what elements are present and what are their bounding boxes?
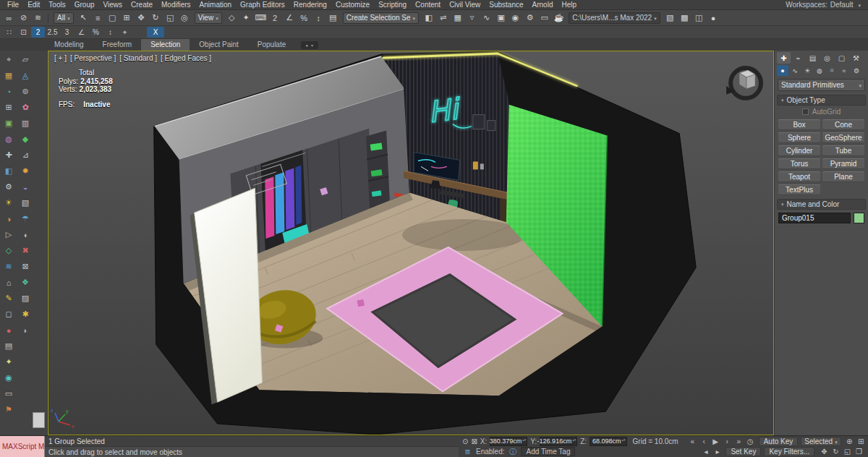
lights-category[interactable]: ☀ xyxy=(801,65,813,76)
rail-tool-icon[interactable]: ▨ xyxy=(18,291,33,305)
primitive-button[interactable]: Pyramid xyxy=(822,158,864,169)
rail-tool-icon[interactable]: ☂ xyxy=(18,212,33,226)
rail-tool-icon[interactable]: ◧ xyxy=(1,164,16,178)
ribbon-tab[interactable]: Modeling xyxy=(45,39,93,51)
hierarchy-tab[interactable]: ▤ xyxy=(806,52,820,64)
menu-item[interactable]: Rendering xyxy=(289,1,331,9)
menu-item[interactable]: Graph Editors xyxy=(236,1,289,9)
workspace-selector[interactable]: Workspaces: Default xyxy=(786,1,865,9)
menu-item[interactable]: Edit xyxy=(23,1,44,9)
rail-tool-icon[interactable]: ⊿ xyxy=(18,148,33,162)
rail-tool-icon[interactable]: ⌂ xyxy=(1,276,16,289)
rail-tool-icon[interactable]: ◒ xyxy=(18,180,33,194)
unlink-selection-icon[interactable]: ⊘ xyxy=(17,12,30,24)
orbit-icon[interactable]: ↻ xyxy=(830,447,841,456)
create-tab[interactable]: ✚ xyxy=(777,52,791,64)
ribbon-tab[interactable]: Freeform xyxy=(93,39,142,51)
menu-item[interactable]: Help xyxy=(557,1,581,9)
rail-tool-icon[interactable]: ▤ xyxy=(1,339,16,353)
rail-tool-icon[interactable]: ▦ xyxy=(1,69,16,82)
go-to-start-icon[interactable]: « xyxy=(687,437,698,446)
rail-tool-icon[interactable]: ☀ xyxy=(1,196,16,210)
primitive-button[interactable]: Sphere xyxy=(778,132,820,143)
menu-item[interactable]: Civil View xyxy=(445,1,485,9)
rail-tool-icon[interactable]: ▣ xyxy=(1,116,16,130)
viewport-standard-menu[interactable]: [ Standard ] xyxy=(119,54,157,62)
grid-settings-icon[interactable]: ∷ xyxy=(2,27,16,38)
menu-item[interactable]: File xyxy=(3,1,23,9)
next-frame-icon[interactable]: › xyxy=(722,437,733,446)
rail-tool-icon[interactable]: ✹ xyxy=(18,164,33,178)
viewport-pov-menu[interactable]: [ Perspective ] xyxy=(70,54,116,62)
rail-tool-icon[interactable]: ▭ xyxy=(1,387,16,401)
rail-tool-icon[interactable]: ✎ xyxy=(1,291,16,305)
rail-tool-icon[interactable]: ◆ xyxy=(18,132,33,146)
maximize-viewport-icon[interactable]: ❐ xyxy=(854,447,864,456)
rail-tool-icon[interactable]: ⊚ xyxy=(18,85,33,98)
menu-item[interactable]: Tools xyxy=(44,1,69,9)
rail-tool-icon[interactable]: ● xyxy=(1,323,16,337)
menu-item[interactable]: Scripting xyxy=(374,1,411,9)
select-by-name-icon[interactable]: ≡ xyxy=(91,12,105,24)
snap-settings-icon[interactable]: ⌖ xyxy=(118,27,132,38)
next-key-icon[interactable]: ▸ xyxy=(712,447,723,456)
x-coordinate-field[interactable]: 380.379cm xyxy=(490,437,527,446)
field-of-view-icon[interactable]: ◱ xyxy=(842,447,853,456)
viewport-plus-menu[interactable]: [ + ] xyxy=(54,54,67,62)
primitive-button[interactable]: Box xyxy=(778,119,820,130)
docked-panel-handle[interactable] xyxy=(33,412,45,428)
menu-item[interactable]: Content xyxy=(411,1,445,9)
key-set-dropdown[interactable]: Selected xyxy=(801,437,841,446)
rail-tool-icon[interactable]: ◔ xyxy=(1,85,16,98)
auto-key-button[interactable]: Auto Key xyxy=(759,437,799,446)
object-type-rollout[interactable]: ▾ Object Type xyxy=(777,95,866,106)
snap-2d-icon[interactable]: 2 xyxy=(31,27,45,38)
maxscript-mini-listener[interactable]: MAXScript Mi xyxy=(0,436,45,457)
rail-tool-icon[interactable]: ✦ xyxy=(1,355,16,369)
primitive-button[interactable]: TextPlus xyxy=(778,184,820,195)
viewport-canvas[interactable]: Hi xyxy=(48,51,773,435)
rail-tool-icon[interactable]: ✚ xyxy=(1,148,16,162)
angle-snap-icon[interactable]: ∠ xyxy=(283,12,297,24)
info-icon[interactable]: ⓘ xyxy=(507,447,518,456)
helpers-category[interactable]: ⌗ xyxy=(826,65,838,76)
named-selection-sets-icon[interactable]: ▤ xyxy=(326,12,340,24)
rail-tool-icon[interactable]: ◗ xyxy=(18,323,33,337)
modify-tab[interactable]: ⌁ xyxy=(791,52,805,64)
utilities-tab[interactable]: ⚒ xyxy=(849,52,863,64)
geometry-category[interactable]: ● xyxy=(777,65,788,76)
spacewarps-category[interactable]: ≈ xyxy=(838,65,850,76)
select-and-place-icon[interactable]: ◎ xyxy=(178,12,192,24)
primitive-button[interactable]: Tube xyxy=(822,145,864,156)
rail-tool-icon[interactable]: ▥ xyxy=(18,116,33,130)
layer-manager-icon[interactable]: ▦ xyxy=(451,12,464,24)
reference-coordinate-dropdown[interactable]: View xyxy=(195,12,222,24)
menu-item[interactable]: Substance xyxy=(485,1,527,9)
selection-lock-toggle-icon[interactable]: ⊠ xyxy=(471,437,477,446)
rail-tool-icon[interactable]: ▱ xyxy=(18,53,33,67)
rail-tool-icon[interactable]: ❖ xyxy=(18,276,33,289)
object-name-field[interactable]: Group015 xyxy=(778,213,851,223)
select-and-move-icon[interactable]: ✥ xyxy=(135,12,148,24)
window-crossing-icon[interactable]: ⊞ xyxy=(120,12,134,24)
rail-tool-icon[interactable]: ◬ xyxy=(18,69,33,82)
material-editor-icon[interactable]: ◉ xyxy=(509,12,522,24)
ribbon-tab[interactable]: Populate xyxy=(248,39,295,51)
rail-tool-icon[interactable]: ✖ xyxy=(18,244,33,257)
rendered-frame-icon[interactable]: ▭ xyxy=(537,12,551,24)
axis-constraint-x-button[interactable]: X xyxy=(147,27,164,38)
schematic-view-icon[interactable]: ▣ xyxy=(494,12,508,24)
enabled-toggle-icon[interactable]: ≣ xyxy=(462,447,473,456)
curve-editor-icon[interactable]: ∿ xyxy=(480,12,493,24)
align-icon[interactable]: ⇌ xyxy=(436,12,450,24)
previous-frame-icon[interactable]: ‹ xyxy=(699,437,710,446)
perspective-viewport[interactable]: [ + ] [ Perspective ] [ Standard ] [ Edg… xyxy=(48,51,774,435)
motion-tab[interactable]: ◎ xyxy=(820,52,834,64)
percent-snap-toggle-icon[interactable]: % xyxy=(89,27,103,38)
snap-3d-icon[interactable]: 3 xyxy=(60,27,74,38)
rail-tool-icon[interactable]: ◍ xyxy=(1,132,16,146)
menu-item[interactable]: Create xyxy=(127,1,157,9)
rail-tool-icon[interactable]: ⊠ xyxy=(18,260,33,273)
name-and-color-rollout[interactable]: ▾ Name and Color xyxy=(777,199,866,210)
spinner-snap-toggle-icon[interactable]: ↕ xyxy=(103,27,117,38)
